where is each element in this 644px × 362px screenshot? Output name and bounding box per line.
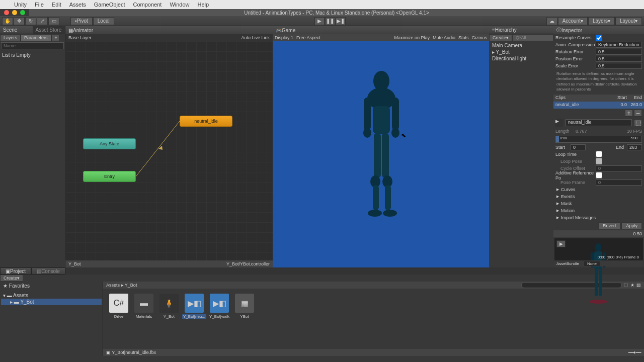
add-parameter-button[interactable]: + — [51, 34, 59, 41]
layers-dropdown[interactable]: Layers ▾ — [588, 17, 615, 25]
pause-button[interactable]: ❚❚ — [325, 17, 335, 25]
tab-inspector[interactable]: ⓘ Inspector — [553, 26, 644, 34]
position-error-field[interactable]: 0.5 — [596, 56, 642, 62]
auto-live-link-toggle[interactable]: Auto Live Link — [241, 35, 270, 40]
state-node-entry[interactable]: Entry — [83, 171, 136, 182]
compression-dropdown[interactable]: Keyframe Reduction — [596, 42, 642, 48]
subtab-parameters[interactable]: Parameters — [21, 34, 51, 41]
rotation-error-field[interactable]: 0.5 — [596, 49, 642, 55]
foldout-motion[interactable]: Motion — [553, 207, 644, 214]
cloud-icon[interactable]: ☁ — [546, 17, 557, 25]
add-clip-button[interactable]: + — [625, 110, 633, 117]
menu-help[interactable]: Help — [194, 2, 213, 8]
breadcrumb-assets[interactable]: Assets — [106, 283, 120, 288]
revert-button[interactable]: Revert — [598, 222, 621, 229]
breadcrumb-ybot[interactable]: Y_Bot — [125, 283, 137, 288]
tab-project[interactable]: ▣ Project — [0, 267, 31, 275]
grid-size-slider[interactable]: ━━●━━ — [628, 350, 641, 355]
loop-time-checkbox[interactable] — [596, 151, 602, 157]
tab-hierarchy[interactable]: ≡ Hierarchy — [489, 26, 553, 34]
foldout-events[interactable]: Events — [553, 193, 644, 200]
layout-dropdown[interactable]: Layout ▾ — [615, 17, 642, 25]
clip-name-input[interactable]: neutral_idle — [566, 119, 632, 126]
maximize-icon[interactable] — [20, 10, 25, 15]
asset-ybot-model[interactable]: 🧍 Y_Bot — [158, 294, 180, 319]
tree-favorites[interactable]: ★ Favorites — [1, 283, 102, 289]
state-node-neutral-idle[interactable]: neutral_idle — [180, 116, 232, 127]
asset-grid[interactable]: C# Drive ▬ Materials 🧍 Y_Bot ▶◧ Y_Bot|ne… — [103, 289, 644, 349]
scale-error-field[interactable]: 0.5 — [596, 63, 642, 69]
minimize-icon[interactable] — [12, 10, 17, 15]
asset-ybot-neutral[interactable]: ▶◧ Y_Bot|neu... — [184, 294, 205, 319]
subtab-layers[interactable]: Layers — [0, 34, 21, 41]
resample-checkbox[interactable] — [596, 35, 602, 41]
pivot-toggle[interactable]: ▪ Pivot — [70, 17, 93, 25]
menu-assets[interactable]: Assets — [65, 2, 90, 8]
asset-ybot-walk[interactable]: ▶◧ Y_Bot|walk — [209, 294, 230, 319]
hierarchy-item-ybot[interactable]: ▸ Y_Bot — [490, 49, 552, 55]
state-node-any-state[interactable]: Any State — [83, 138, 136, 149]
start-col-header: Start — [612, 95, 627, 101]
hierarchy-create-dropdown[interactable]: Create ▾ — [489, 34, 512, 41]
status-path: ▣ Y_Bot|neutral_idle.fbx — [106, 350, 156, 355]
menu-component[interactable]: Component — [129, 2, 166, 8]
search-filter-icon[interactable]: ⬚ — [624, 283, 628, 288]
clip-settings-icon[interactable]: ⬚ — [634, 119, 642, 126]
step-button[interactable]: ▶❚ — [336, 17, 346, 25]
tab-animator[interactable]: ▦ Animator — [65, 26, 273, 34]
parameter-name-input[interactable] — [1, 42, 64, 49]
hierarchy-search[interactable]: Q*All — [512, 34, 553, 41]
hierarchy-item-directional-light[interactable]: Directional light — [490, 55, 552, 62]
rect-tool-icon[interactable]: ▭ — [48, 17, 59, 25]
menu-edit[interactable]: Edit — [48, 2, 65, 8]
tab-console[interactable]: ▤ Console — [31, 267, 65, 275]
additive-checkbox[interactable] — [596, 172, 602, 178]
local-toggle[interactable]: Local — [93, 17, 114, 25]
clip-timeline[interactable]: 0:00 5:00 — [555, 136, 642, 143]
close-icon[interactable] — [4, 10, 9, 15]
hierarchy-item-main-camera[interactable]: Main Camera — [490, 42, 552, 49]
apply-button[interactable]: Apply — [621, 222, 642, 229]
animator-graph[interactable]: neutral_idle Any State Entry — [65, 41, 273, 260]
animation-preview[interactable]: ▶ 0:00 (000.0%) Frame 0 AssetBundle None — [554, 238, 643, 266]
remove-clip-button[interactable]: – — [634, 110, 642, 117]
start-field[interactable]: 0 — [571, 144, 586, 150]
resample-label: Resample Curves — [555, 35, 596, 40]
menu-window[interactable]: Window — [166, 2, 193, 8]
tab-asset-store[interactable]: Asset Store — [33, 26, 65, 34]
foldout-import-messages[interactable]: Import Messages — [553, 214, 644, 221]
save-search-icon[interactable]: ▤ — [636, 283, 641, 288]
menu-unity[interactable]: Unity — [10, 2, 31, 8]
play-button[interactable]: ▶ — [314, 17, 325, 25]
tab-scene[interactable]: Scene — [0, 26, 33, 34]
menu-gameobject[interactable]: GameObject — [90, 2, 129, 8]
rotate-tool-icon[interactable]: ↻ — [25, 17, 36, 25]
svg-point-16 — [383, 210, 397, 217]
preview-play-button[interactable]: ▶ — [556, 240, 566, 247]
foldout-mask[interactable]: Mask — [553, 200, 644, 207]
account-dropdown[interactable]: Account ▾ — [558, 17, 588, 25]
stats-toggle[interactable]: Stats — [458, 35, 469, 40]
clip-name-cell[interactable]: neutral_idle — [555, 102, 612, 108]
search-type-icon[interactable]: ★ — [630, 283, 634, 288]
gizmos-dropdown[interactable]: Gizmos — [471, 35, 487, 40]
asset-bundle-dropdown[interactable]: None — [584, 261, 600, 266]
display-dropdown[interactable]: Display 1 — [275, 35, 293, 40]
foldout-curves[interactable]: Curves — [553, 186, 644, 193]
aspect-dropdown[interactable]: Free Aspect — [296, 35, 320, 40]
menu-file[interactable]: File — [31, 2, 48, 8]
hand-tool-icon[interactable]: ✋ — [2, 17, 13, 25]
tree-ybot[interactable]: ▸ ▬ Y_Bot — [1, 299, 102, 305]
asset-drive[interactable]: C# Drive — [108, 294, 129, 319]
tab-game[interactable]: 🎮 Game — [273, 26, 489, 34]
project-create-dropdown[interactable]: Create ▾ — [0, 275, 23, 282]
scale-tool-icon[interactable]: ⤢ — [37, 17, 48, 25]
maximize-on-play-toggle[interactable]: Maximize on Play — [394, 35, 430, 40]
end-field[interactable]: 263 — [627, 144, 642, 150]
base-layer-label[interactable]: Base Layer — [68, 35, 92, 40]
move-tool-icon[interactable]: ✥ — [14, 17, 25, 25]
asset-ybot-controller[interactable]: ▦ YBot — [234, 294, 255, 319]
mute-audio-toggle[interactable]: Mute Audio — [433, 35, 455, 40]
asset-materials[interactable]: ▬ Materials — [133, 294, 154, 319]
tree-assets[interactable]: ▾ ▬ Assets — [1, 292, 102, 299]
